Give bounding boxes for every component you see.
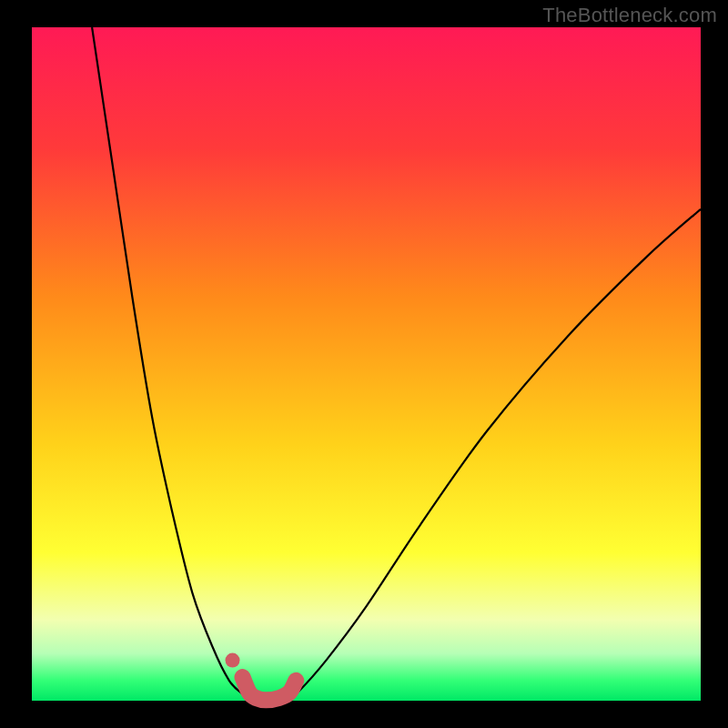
watermark-text: TheBottleneck.com [542, 4, 717, 27]
plot-background [32, 27, 701, 701]
chart-container: { "watermark": "TheBottleneck.com", "cha… [0, 0, 728, 728]
highlight-dot-icon [226, 653, 240, 668]
chart-svg [0, 0, 728, 728]
